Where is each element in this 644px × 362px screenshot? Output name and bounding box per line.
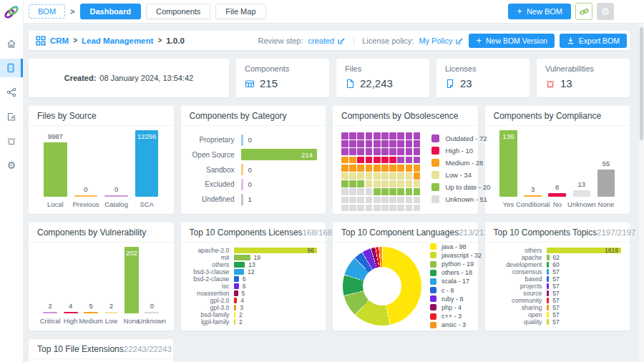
bar-value-label: 57 [552,268,559,275]
bar-open-source[interactable]: 214 [241,149,318,160]
edit-icon[interactable] [337,36,346,45]
waffle-cell [349,157,356,164]
bar-gpl-2-0[interactable] [234,298,238,303]
bar-plot: 12256 [132,130,162,197]
waffle-cell [406,140,413,147]
scrollbar-thumb[interactable] [640,27,643,140]
review-step-label: Review step: [258,36,303,45]
tab-components[interactable]: Components [146,4,210,19]
bar-sca[interactable]: 12256 [135,130,158,197]
bar-value-label: 3 [531,185,535,193]
sidebar-item-home[interactable] [0,34,23,53]
bar-yes[interactable]: 136 [499,130,517,197]
bar-plot: 2 [40,247,60,313]
bar-no[interactable] [548,193,566,197]
card-file-extensions: Top 10 File Extensions 22243/22243 [29,339,173,362]
bar-medium[interactable] [84,312,98,313]
bar-lgpl-family[interactable] [234,319,236,325]
new-bom-button-label: New BOM [527,7,562,16]
bar-consensus[interactable] [547,269,550,275]
components-by-compliance-chart: 136Yes3Conditional8No13Unknown55None [494,130,622,208]
bar-source[interactable] [547,290,550,296]
bar-others[interactable] [234,262,245,268]
waffle-cell [389,140,396,147]
tab-file-map[interactable]: File Map [215,4,265,19]
document-edit-icon [6,112,16,122]
bar-conditional[interactable] [524,195,542,197]
bar-value-label: 5 [89,302,92,310]
donut-pie[interactable] [343,247,421,326]
bar-excluded[interactable] [241,179,243,190]
app-logo[interactable] [4,4,19,20]
waffle-cell [406,157,413,164]
bar-none[interactable]: 202 [125,247,139,313]
waffle-cell [366,157,373,164]
bar-mit[interactable] [234,255,250,260]
card-title: Components by Category [190,111,287,121]
review-step-value-link[interactable]: created [308,36,346,45]
bar-quality[interactable] [547,319,550,325]
bar-previous[interactable] [74,195,97,197]
bar-based[interactable] [547,276,550,282]
bar-bsd-2-clause[interactable] [234,276,239,282]
bar-sandbox[interactable] [241,164,243,175]
license-policy-value-link[interactable]: My Policy [419,36,464,45]
bom-selector-chip[interactable]: BOM [29,4,65,19]
sidebar-item-alerts[interactable] [0,132,23,150]
bar-unknown[interactable] [573,190,591,197]
legend-label: Low - 34 [445,171,471,179]
bar-low[interactable] [104,312,119,313]
bar-open[interactable] [547,312,550,318]
bar-sharing[interactable] [547,305,550,310]
bar-track: 5 [234,290,318,297]
bar-projects[interactable] [547,283,550,289]
waffle-cell [349,132,356,140]
breadcrumb-project-link[interactable]: CRM [50,36,69,45]
bar-undefined[interactable] [241,194,243,205]
bar-critical[interactable] [43,312,57,313]
bar-category-label: mit [190,254,234,261]
bar-bsd-3-clause[interactable] [234,269,245,275]
bar-unknown[interactable] [145,312,159,313]
category-row-undefined: Undefined1 [190,193,318,205]
settings-button[interactable]: ⚙ [597,3,614,20]
sidebar-item-hierarchy[interactable] [0,83,23,102]
bar-none[interactable] [597,170,615,197]
new-bom-button[interactable]: + New BOM [508,4,571,19]
export-bom-button[interactable]: Export BOM [560,34,627,48]
card-top-languages: Top 10 Component Languages 213/213 java … [333,222,478,331]
bar-apache[interactable] [547,255,550,260]
bar-others[interactable]: 1619 [547,248,622,253]
edit-icon[interactable] [455,36,464,45]
bar-value-label: 4 [69,302,72,310]
new-bom-version-button[interactable]: + New BOM Version [469,34,554,48]
sidebar-item-settings[interactable]: ⚙ [0,156,23,175]
bar-community[interactable] [547,298,550,303]
alarm-icon [6,136,16,146]
bar-high[interactable] [64,312,78,313]
bar-track: 4 [234,297,318,304]
bar-isc[interactable] [234,283,239,289]
bar-apache-2-0[interactable]: 96 [234,248,318,253]
grid-icon[interactable] [36,36,46,46]
bar-gpl-3-0[interactable] [234,305,237,310]
legend-item-python: python - 19 [430,260,482,268]
chart-row-3: Top 10 File Extensions 22243/22243 [29,339,630,362]
waffle-cell [374,165,381,172]
bar-local[interactable] [44,142,67,197]
breadcrumb-product-link[interactable]: Lead Management [82,36,153,45]
bar-bsd-family[interactable] [234,312,236,318]
tab-dashboard[interactable]: Dashboard [80,4,141,19]
sidebar-item-bom[interactable] [0,59,23,77]
bar-proprietary[interactable] [241,134,243,146]
legend-item-ansic: ansic - 3 [430,321,482,329]
bar-track: 57 [547,268,622,275]
bar-category-label: quality [494,318,547,326]
waffle-cell [374,148,381,155]
bar-noassertion[interactable] [234,290,238,296]
sidebar-item-reports[interactable] [0,107,23,126]
integrations-link-button[interactable] [575,3,592,20]
bar-development[interactable] [547,262,550,268]
bar-catalog[interactable] [104,195,127,197]
created-card: Created: 08 January 2024, 13:54:42 [29,59,229,97]
